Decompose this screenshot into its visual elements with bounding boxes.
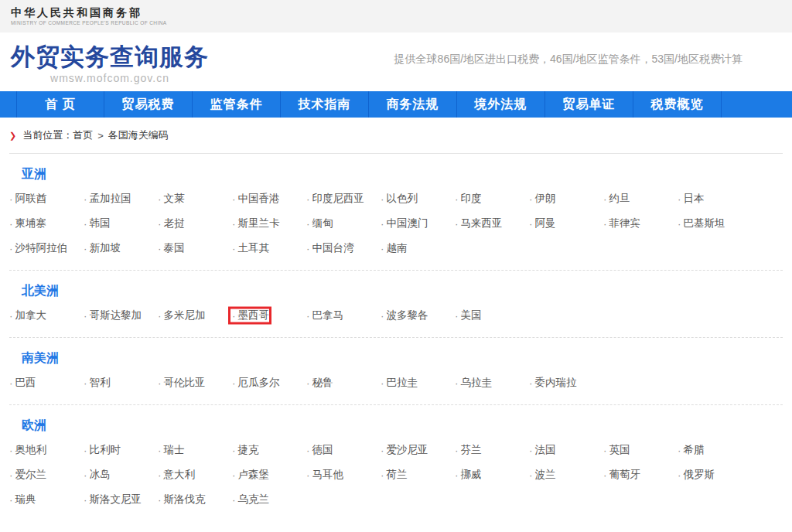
nav-item-1[interactable]: 首 页 [16,91,104,118]
country-link[interactable]: ·沙特阿拉伯 [9,236,84,261]
country-link[interactable]: ·比利时 [84,438,158,462]
country-name: 菲律宾 [609,217,641,230]
country-link[interactable]: ·老挝 [158,211,232,236]
nav-item-6[interactable]: 境外法规 [457,91,545,118]
country-link[interactable]: ·斯洛伐克 [158,487,232,512]
country-link[interactable]: ·奥地利 [9,438,84,462]
country-link[interactable]: ·法国 [529,438,603,462]
country-link[interactable]: ·加拿大 [9,303,84,328]
country-link[interactable]: ·墨西哥 [232,303,306,328]
country-link[interactable]: ·缅甸 [306,211,381,236]
country-link[interactable]: ·厄瓜多尔 [232,370,306,395]
nav-item-3[interactable]: 监管条件 [193,91,281,118]
country-link[interactable]: ·文莱 [158,186,232,211]
country-link[interactable]: ·韩国 [84,211,158,236]
bullet-icon: · [381,469,384,481]
country-link[interactable]: ·新加坡 [84,236,158,261]
country-link[interactable]: ·中国台湾 [306,236,381,261]
country-link[interactable]: ·以色列 [381,186,455,211]
country-name: 斯里兰卡 [238,217,280,230]
country-link[interactable]: ·冰岛 [84,462,158,487]
country-name: 加拿大 [15,309,47,322]
bullet-icon: · [529,218,533,230]
country-link[interactable]: ·挪威 [455,462,529,487]
country-link[interactable]: ·智利 [84,370,158,395]
country-link[interactable]: ·英国 [603,438,678,462]
country-link[interactable]: ·马耳他 [306,462,381,487]
country-link[interactable]: ·中国澳门 [381,211,455,236]
country-name: 捷克 [238,443,259,457]
country-link[interactable]: ·中国香港 [232,186,306,211]
country-link[interactable]: ·乌拉圭 [455,370,529,395]
bullet-icon: · [232,469,236,481]
country-link[interactable]: ·巴拉圭 [381,370,455,395]
breadcrumb-current: 各国海关编码 [108,128,169,142]
bullet-icon: · [306,193,310,205]
country-link[interactable]: ·柬埔寨 [9,211,84,236]
country-link[interactable]: ·委内瑞拉 [529,370,603,395]
country-link[interactable]: ·芬兰 [455,438,529,462]
country-link[interactable]: ·巴基斯坦 [678,211,752,236]
country-name: 土耳其 [238,241,270,255]
country-link[interactable]: ·约旦 [603,186,678,211]
region-title: 北美洲 [9,283,783,298]
nav-item-8[interactable]: 税费概览 [633,91,722,118]
country-link[interactable]: ·印度尼西亚 [306,186,381,211]
country-link[interactable]: ·美国 [455,303,529,328]
country-link[interactable]: ·越南 [381,236,455,261]
nav-item-5[interactable]: 商务法规 [369,91,457,118]
bullet-icon: · [529,445,533,456]
country-link[interactable]: ·阿联酋 [9,186,84,211]
country-link[interactable]: ·菲律宾 [603,211,678,236]
country-link[interactable]: ·秘鲁 [306,370,381,395]
country-link[interactable]: ·伊朗 [529,186,603,211]
country-link[interactable]: ·孟加拉国 [84,186,158,211]
bullet-icon: · [529,377,533,389]
country-link[interactable]: ·葡萄牙 [603,462,678,487]
bullet-icon: · [232,494,236,506]
bullet-icon: · [381,377,384,389]
breadcrumb-home-link[interactable]: 首页 [73,128,93,142]
country-link[interactable]: ·俄罗斯 [678,462,752,487]
bullet-icon: · [603,445,607,456]
bullet-icon: · [84,218,87,230]
country-link[interactable]: ·波多黎各 [381,303,455,328]
country-link[interactable]: ·荷兰 [381,462,455,487]
country-link[interactable]: ·阿曼 [529,211,603,236]
country-name: 巴基斯坦 [684,217,725,230]
bullet-icon: · [9,193,13,205]
country-link[interactable]: ·多米尼加 [158,303,232,328]
nav-item-4[interactable]: 技术指南 [281,91,369,118]
country-link[interactable]: ·德国 [306,438,381,462]
country-name: 马来西亚 [461,217,503,230]
country-link[interactable]: ·瑞典 [9,487,84,512]
bullet-icon: · [306,445,310,456]
nav-item-7[interactable]: 贸易单证 [545,91,633,118]
country-link[interactable]: ·斯里兰卡 [232,211,306,236]
country-link[interactable]: ·波兰 [529,462,603,487]
country-link[interactable]: ·捷克 [232,438,306,462]
country-link[interactable]: ·哥伦比亚 [158,370,232,395]
country-link[interactable]: ·斯洛文尼亚 [84,487,158,512]
ministry-logo[interactable]: 中华人民共和国商务部 MINISTRY OF COMMERCE PEOPLE'S… [11,6,166,26]
country-name: 瑞典 [15,493,36,506]
country-link[interactable]: ·乌克兰 [232,487,306,512]
country-link[interactable]: ·印度 [455,186,529,211]
country-link[interactable]: ·巴西 [9,370,84,395]
country-link[interactable]: ·希腊 [678,438,752,462]
site-title-block[interactable]: 外贸实务查询服务 wmsw.mofcom.gov.cn [11,40,209,84]
country-link[interactable]: ·爱沙尼亚 [381,438,455,462]
country-link[interactable]: ·土耳其 [232,236,306,261]
country-link[interactable]: ·巴拿马 [306,303,381,328]
country-name: 文莱 [164,192,185,206]
country-link[interactable]: ·意大利 [158,462,232,487]
country-link[interactable]: ·日本 [678,186,752,211]
country-link[interactable]: ·哥斯达黎加 [84,303,158,328]
nav-item-2[interactable]: 贸易税费 [104,91,193,118]
country-link[interactable]: ·卢森堡 [232,462,306,487]
country-link[interactable]: ·马来西亚 [455,211,529,236]
country-link[interactable]: ·泰国 [158,236,232,261]
bullet-icon: · [158,243,162,254]
country-link[interactable]: ·爱尔兰 [9,462,84,487]
country-link[interactable]: ·瑞士 [158,438,232,462]
